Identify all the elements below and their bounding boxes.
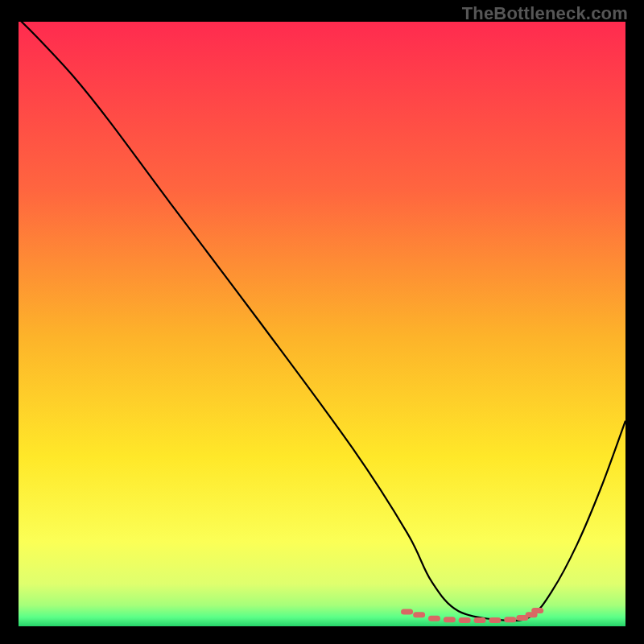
chart-svg — [19, 22, 625, 626]
gradient-background — [19, 22, 625, 626]
plot-area — [19, 22, 625, 626]
chart-frame: TheBottleneck.com — [0, 0, 644, 644]
